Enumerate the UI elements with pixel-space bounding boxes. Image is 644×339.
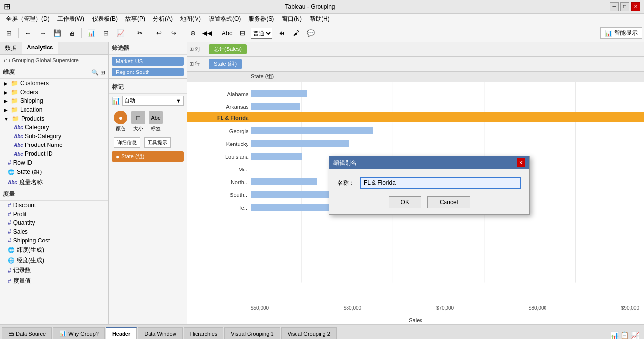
color-icon: ●: [114, 111, 127, 124]
bar-chart-icon: 📊: [112, 97, 120, 105]
meas-latitude[interactable]: 🌐 纬度(生成): [0, 245, 108, 255]
dim-category[interactable]: Abc Category: [0, 123, 108, 132]
toolbar-lasso-btn[interactable]: ✂: [133, 26, 147, 40]
dim-shipping[interactable]: ▶ 📁 Shipping: [0, 97, 108, 105]
toolbar-undo-btn[interactable]: ↩: [152, 26, 166, 40]
tab-header[interactable]: Header: [106, 327, 137, 339]
circle-icon: ●: [116, 153, 119, 160]
toolbar-grid-btn[interactable]: ⊞: [2, 26, 16, 40]
label-icon: Abc: [149, 111, 163, 124]
tab-hierarchies[interactable]: Hierarchies: [184, 327, 224, 339]
search-icon[interactable]: 🔍: [91, 69, 99, 76]
title-bar-left-icon: ⊞: [4, 2, 10, 11]
new-sheet-icon[interactable]: 📊: [610, 331, 619, 339]
marks-label-btn[interactable]: Abc 标签: [149, 111, 163, 132]
toolbar-paint-btn[interactable]: 🖌: [289, 26, 303, 40]
detail-btn[interactable]: 详细信息: [114, 137, 140, 148]
tab-visual-grouping-1[interactable]: Visual Grouping 1: [224, 327, 280, 339]
tab-visual-grouping-2[interactable]: Visual Grouping 2: [281, 327, 337, 339]
dialog-cancel-button[interactable]: Cancel: [427, 196, 470, 208]
add-icon[interactable]: ⊞: [100, 69, 105, 76]
globe-icon: 🌐: [8, 169, 15, 175]
close-button[interactable]: ✕: [631, 2, 640, 11]
toolbar-tooltip-btn[interactable]: 💬: [304, 26, 318, 40]
dialog-ok-button[interactable]: OK: [389, 196, 421, 208]
left-tabs: 数据 Analytics: [0, 42, 108, 55]
dialog-close-button[interactable]: ✕: [517, 158, 525, 167]
tab-data[interactable]: 数据: [0, 42, 22, 54]
menu-window[interactable]: 窗口(N): [278, 14, 306, 24]
title-bar-title: Tableau - Grouping: [10, 3, 610, 10]
toolbar-add-btn[interactable]: ⊕: [186, 26, 199, 40]
menu-worksheet[interactable]: 工作表(W): [53, 14, 88, 24]
columns-pill[interactable]: 总计(Sales): [209, 44, 247, 54]
left-panel: 数据 Analytics 🗃 Grouping Global Superstor…: [0, 42, 109, 324]
toolbar-forward-btn[interactable]: →: [36, 26, 50, 40]
menu-format[interactable]: 设置格式(O): [205, 14, 245, 24]
marks-dropdown-toolbar[interactable]: 普通: [251, 28, 272, 39]
filter-market[interactable]: Market: US: [112, 57, 184, 66]
meas-discount[interactable]: # Discount: [0, 201, 108, 210]
toolbar-back-btn[interactable]: ←: [21, 26, 35, 40]
toolbar-skip-btn[interactable]: ⏮: [274, 26, 288, 40]
dialog-name-input[interactable]: [360, 177, 521, 189]
rows-pill[interactable]: State (组): [209, 59, 242, 69]
meas-longitude[interactable]: 🌐 经度(生成): [0, 255, 108, 266]
dim-location[interactable]: ▶ 📁 Location: [0, 105, 108, 114]
marks-type-dropdown[interactable]: 自动 ▼: [122, 96, 184, 106]
meas-quantity[interactable]: # Quantity: [0, 218, 108, 227]
measures-header: 度量: [0, 188, 108, 201]
toolbar-text-btn[interactable]: Abc: [220, 26, 234, 40]
state-group-pill[interactable]: ● State (组): [112, 151, 184, 162]
new-story-icon[interactable]: 📈: [631, 331, 639, 339]
toolbar-view-btn[interactable]: 📊: [84, 26, 98, 40]
marks-title: 标记: [109, 81, 187, 94]
meas-profit[interactable]: # Profit: [0, 210, 108, 218]
meas-sales[interactable]: # Sales: [0, 227, 108, 236]
meas-measure-values[interactable]: # 度量值: [0, 276, 108, 286]
menu-help[interactable]: 帮助(H): [306, 14, 334, 24]
tb-sep-6: [217, 28, 217, 38]
menu-map[interactable]: 地图(M): [176, 14, 205, 24]
toolbar-split-btn[interactable]: ⊟: [99, 26, 113, 40]
dim-row-id[interactable]: # Row ID: [0, 158, 108, 167]
toolbar-redo-btn[interactable]: ↪: [167, 26, 180, 40]
meas-record-count[interactable]: # 记录数: [0, 266, 108, 276]
dim-orders[interactable]: ▶ 📁 Orders: [0, 88, 108, 97]
menu-analysis[interactable]: 分析(A): [149, 14, 176, 24]
why-group-icon: 📊: [59, 330, 66, 337]
toolbar-print-btn[interactable]: 🖨: [65, 26, 79, 40]
toolbar-extract-btn[interactable]: 📈: [114, 26, 127, 40]
hash-icon: #: [8, 278, 11, 285]
tooltip-btn[interactable]: 工具提示: [144, 137, 171, 148]
meas-shipping-cost[interactable]: # Shipping Cost: [0, 236, 108, 245]
tab-data-source[interactable]: 🗃 Data Source: [2, 327, 52, 339]
toolbar-pause-btn[interactable]: ◀◀: [200, 26, 214, 40]
smart-show-button[interactable]: 📊 智能显示: [600, 27, 642, 39]
menu-fullscreen[interactable]: 全屏（管理）(D): [2, 14, 53, 24]
dim-sub-category[interactable]: Abc Sub-Category: [0, 132, 108, 141]
tab-why-group[interactable]: 📊 Why Group?: [53, 327, 105, 339]
toolbar-filter-btn[interactable]: ⊟: [235, 26, 249, 40]
dim-measure-names[interactable]: Abc 度量名称: [0, 177, 108, 188]
measures-list: # Discount # Profit # Quantity # Sales #…: [0, 201, 108, 286]
marks-size-btn[interactable]: □ 大小: [131, 111, 145, 132]
menu-server[interactable]: 服务器(S): [245, 14, 278, 24]
dim-products[interactable]: ▼ 📁 Products: [0, 114, 108, 123]
dim-product-id[interactable]: Abc Product ID: [0, 149, 108, 158]
menu-dashboard[interactable]: 仪表板(B): [88, 14, 122, 24]
new-dashboard-icon[interactable]: 📋: [620, 331, 629, 339]
toolbar-save-btn[interactable]: 💾: [50, 26, 64, 40]
maximize-button[interactable]: □: [620, 2, 629, 11]
tab-analytics[interactable]: Analytics: [22, 42, 58, 54]
dim-product-name[interactable]: Abc Product Name: [0, 141, 108, 149]
marks-color-btn[interactable]: ● 颜色: [114, 111, 127, 132]
tab-data-window[interactable]: Data Window: [138, 327, 182, 339]
minimize-button[interactable]: ─: [610, 2, 619, 11]
globe-green-icon: 🌐: [8, 247, 15, 253]
dim-customers[interactable]: ▶ 📁 Customers: [0, 79, 108, 88]
filter-region[interactable]: Region: South: [112, 68, 184, 76]
dialog-overlay: 编辑别名 ✕ 名称： OK Cancel: [187, 72, 644, 324]
dim-state[interactable]: 🌐 State (组): [0, 167, 108, 177]
menu-story[interactable]: 故事(P): [122, 14, 149, 24]
